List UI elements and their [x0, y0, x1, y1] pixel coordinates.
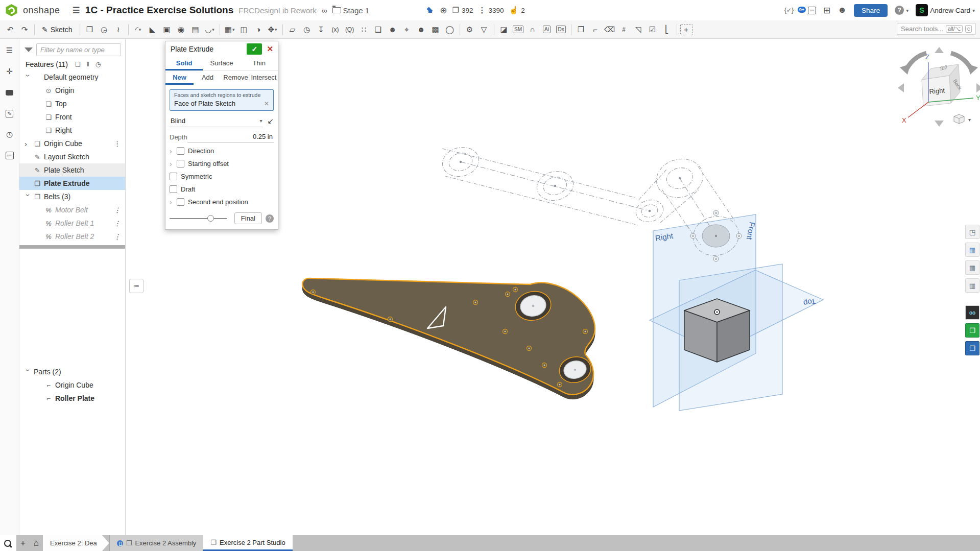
- option-second-end-position[interactable]: › Second end position: [165, 196, 278, 208]
- ai-icon[interactable]: Ai ▾: [540, 23, 554, 36]
- tree-item-front[interactable]: › ❏ Front ⋮: [19, 110, 125, 124]
- extrude-icon[interactable]: ❒ ▾: [83, 23, 97, 36]
- tree-item-plate-sketch[interactable]: › ✎ Plate Sketch ⋮: [19, 163, 125, 177]
- learning-panel-blue-icon[interactable]: ❐: [965, 341, 979, 355]
- search-tools[interactable]: Search tools... alt/⌥ c: [897, 23, 976, 35]
- filter-icon[interactable]: [25, 47, 33, 52]
- boolean-icon[interactable]: ◑ ▾: [252, 23, 265, 36]
- appearance-panel-icon[interactable]: ▩ ▾: [429, 23, 442, 36]
- tab-remove[interactable]: Remove: [222, 71, 250, 85]
- option-direction[interactable]: › Direction: [165, 145, 278, 157]
- drawing-standard-icon[interactable]: Ds ▾: [555, 23, 568, 36]
- share-button[interactable]: Share: [854, 4, 888, 17]
- render-studio-icon[interactable]: oo: [965, 305, 979, 320]
- tree-item-layout-sketch[interactable]: › ✎ Layout Sketch ⋮: [19, 150, 125, 163]
- home-button[interactable]: ⌂: [30, 535, 43, 551]
- parts-header[interactable]: › Parts (2): [19, 365, 125, 378]
- hole-icon[interactable]: ◉ ▾: [175, 23, 188, 36]
- tab-new[interactable]: New: [165, 71, 194, 85]
- redo-icon[interactable]: ↷ ▾: [18, 23, 31, 36]
- chamfer-icon[interactable]: ◣ ▾: [146, 23, 159, 36]
- item-menu-icon[interactable]: ⋮: [114, 140, 120, 148]
- help-button[interactable]: ? ▾: [895, 6, 909, 15]
- undo-icon[interactable]: ↶ ▾: [4, 23, 17, 36]
- import-icon[interactable]: ↧ ▾: [315, 23, 328, 36]
- configuration-table-icon[interactable]: ▦: [965, 260, 979, 275]
- step-part-icon[interactable]: # ▾: [617, 23, 631, 36]
- shell-icon[interactable]: ▣ ▾: [160, 23, 174, 36]
- remove-selection-icon[interactable]: ✕: [264, 100, 269, 107]
- 3d-viewport[interactable]: Right Front Top: [0, 0, 980, 551]
- helix-icon[interactable]: ◷ ▾: [300, 23, 314, 36]
- followers-stat[interactable]: ⋮ 3390: [478, 6, 504, 15]
- view-cube[interactable]: Z Y X Right Top Back ▾: [895, 45, 980, 133]
- sweep-icon[interactable]: ≀ ▾: [112, 23, 125, 36]
- scripting-icon[interactable]: {✓}: [784, 7, 794, 14]
- bom-table-icon[interactable]: ▦: [965, 243, 979, 257]
- confirm-button[interactable]: ✓: [247, 43, 262, 55]
- verify-part-icon[interactable]: ☑ ▾: [646, 23, 659, 36]
- new-tab-button[interactable]: +: [16, 535, 30, 551]
- rollback-slider[interactable]: [170, 215, 227, 222]
- tree-item-origin-cube[interactable]: › ❑ Origin Cube ⋮: [19, 137, 125, 150]
- corner-part-icon[interactable]: ⌐ ▾: [589, 23, 602, 36]
- dialog-header[interactable]: Plate Extrude ✓ ✕: [165, 41, 278, 57]
- breadcrumb[interactable]: Stage 1: [332, 6, 370, 15]
- tasks-icon[interactable]: ≔: [808, 7, 816, 14]
- chevron-icon[interactable]: ›: [25, 74, 32, 82]
- chevron-icon[interactable]: ›: [25, 369, 32, 376]
- history-clock-icon[interactable]: ◷: [95, 61, 101, 68]
- tube-icon[interactable]: ⎣ ▾: [660, 23, 674, 36]
- faces-selection-box[interactable]: Faces and sketch regions to extrude Face…: [170, 89, 274, 111]
- tree-item-plate-extrude[interactable]: › ❒ Plate Extrude ⋮: [19, 177, 125, 190]
- new-folder-icon[interactable]: ❏: [75, 61, 81, 68]
- mirror-icon[interactable]: ◫ ▾: [237, 23, 251, 36]
- item-menu-icon[interactable]: ⋮: [114, 233, 120, 241]
- tree-item-roller-belt-1[interactable]: › % Roller Belt 1 ⋮: [19, 217, 125, 230]
- variable-studio-icon[interactable]: (Q) ▾: [343, 23, 356, 36]
- option-draft[interactable]: › Draft: [165, 183, 278, 196]
- education-icon[interactable]: [425, 7, 435, 14]
- sheet-metal-icon[interactable]: SM ▾: [512, 23, 525, 36]
- tree-item-top[interactable]: › ❏ Top ⋮: [19, 97, 125, 110]
- chevron-icon[interactable]: ›: [25, 140, 32, 148]
- account-menu[interactable]: S Andrew Card ▾: [916, 4, 975, 16]
- insert-new-icon[interactable]: ✛: [4, 65, 16, 78]
- suppress-icon[interactable]: ‖: [87, 61, 89, 68]
- option-checkbox[interactable]: [170, 173, 177, 180]
- likes-stat[interactable]: ☝ 2: [509, 6, 525, 15]
- checklist-panel-icon[interactable]: ≔: [4, 149, 16, 161]
- onshape-logo-icon[interactable]: [5, 4, 18, 17]
- thicken-icon[interactable]: ▤ ▾: [189, 23, 202, 36]
- public-icon[interactable]: ⊕: [440, 5, 447, 16]
- option-checkbox[interactable]: [177, 160, 184, 167]
- mate-connector-icon[interactable]: ⌖ ▾: [400, 23, 414, 36]
- history-icon[interactable]: ◷: [4, 128, 16, 140]
- item-menu-icon[interactable]: ⋮: [114, 220, 120, 227]
- tab-exercise-2-assembly[interactable]: ❐ Exercise 2 Assembly: [109, 535, 204, 551]
- tree-item-motor-belt[interactable]: › % Motor Belt ⋮: [19, 203, 125, 217]
- document-title[interactable]: 1C - Practice Exercise Solutions: [85, 5, 233, 16]
- sketch-button[interactable]: ✎ Sketch: [37, 24, 77, 35]
- part-studio-icon[interactable]: ❐ ▾: [575, 23, 588, 36]
- eraser-icon[interactable]: ⌫ ▾: [603, 23, 616, 36]
- tab-exercise-2-design[interactable]: Exercise 2: Dea: [43, 535, 109, 551]
- cancel-button[interactable]: ✕: [265, 44, 275, 54]
- tree-item-belts-folder[interactable]: › ❐ Belts (3) ⋮: [19, 190, 125, 203]
- variable-icon[interactable]: (x) ▾: [329, 23, 342, 36]
- fillet-icon[interactable]: ◜ ▾: [132, 23, 145, 36]
- chevron-right-icon[interactable]: ›: [170, 198, 177, 206]
- end-condition-select[interactable]: Blind ▾: [170, 115, 263, 127]
- loft-icon[interactable]: ◡ ▾: [203, 23, 217, 36]
- flip-direction-icon[interactable]: ↙: [267, 116, 274, 126]
- transform-icon[interactable]: ✥ ▾: [266, 23, 279, 36]
- exploded-view-icon[interactable]: ◳: [965, 225, 979, 239]
- option-checkbox[interactable]: [177, 198, 184, 206]
- tab-add[interactable]: Add: [194, 71, 222, 85]
- feature-list-icon[interactable]: ☰: [4, 44, 16, 57]
- depth-value-field[interactable]: 0.25 in: [187, 132, 274, 142]
- paint-bucket-icon[interactable]: ◪ ▾: [497, 23, 511, 36]
- tab-solid[interactable]: Solid: [165, 57, 203, 70]
- tab-thin[interactable]: Thin: [241, 57, 278, 70]
- quality-filter-icon[interactable]: ▽ ▾: [477, 23, 491, 36]
